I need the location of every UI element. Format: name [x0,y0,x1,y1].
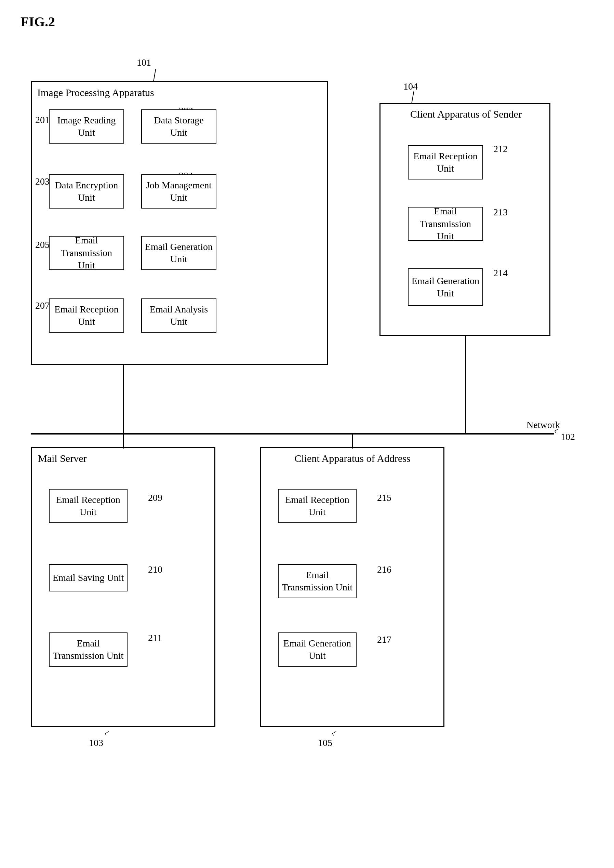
fig-label: FIG.2 [20,14,594,30]
unit-email-reception-207: Email Reception Unit [49,298,124,333]
network-line [31,433,554,434]
ref-213: 213 [493,207,508,218]
ref-217: 217 [377,634,391,645]
vline-mail-server [123,433,124,448]
mail-server-label: Mail Server [38,453,87,464]
ref-203: 203 [35,176,50,187]
ref-211: 211 [148,632,162,643]
image-processing-label: Image Processing Apparatus [37,87,154,98]
ref-212: 212 [493,144,508,155]
unit-email-reception-215: Email Reception Unit [278,489,357,523]
ref-216: 216 [377,564,391,575]
unit-email-generation-217: Email Generation Unit [278,632,357,666]
ref-103: 103 [89,738,103,748]
image-processing-container: Image Processing Apparatus 201 Image Rea… [31,81,328,365]
ref-209: 209 [148,492,163,503]
ref-102: 102 [561,431,575,442]
ref-210: 210 [148,564,163,575]
ref-104: 104 [403,81,418,92]
client-address-label: Client Apparatus of Address [267,453,438,464]
unit-email-generation-206: Email Generation Unit [141,236,216,270]
vline-ipa [123,365,124,433]
unit-data-encryption: Data Encryption Unit [49,174,124,209]
unit-image-reading: Image Reading Unit [49,109,124,144]
ref-205: 205 [35,239,50,250]
unit-email-reception-212: Email Reception Unit [408,145,483,180]
ref-201: 201 [35,115,50,126]
unit-email-saving-210: Email Saving Unit [49,564,127,591]
unit-email-transmission-205: Email Transmission Unit [49,236,124,270]
vline-client-sender [465,336,466,433]
client-sender-container: Client Apparatus of Sender 212 Email Rec… [380,103,550,336]
unit-email-reception-209: Email Reception Unit [49,489,127,523]
ref-207: 207 [35,300,50,311]
unit-email-transmission-211: Email Transmission Unit [49,632,127,666]
ref-214: 214 [493,268,508,279]
ref-105: 105 [318,738,332,748]
client-sender-label: Client Apparatus of Sender [387,108,544,120]
unit-data-storage: Data Storage Unit [141,109,216,144]
client-address-container: Client Apparatus of Address 215 Email Re… [260,447,445,727]
unit-email-analysis-208: Email Analysis Unit [141,298,216,333]
unit-email-generation-214: Email Generation Unit [408,268,483,306]
ref-101: 101 [137,57,151,68]
unit-job-management: Job Management Unit [141,174,216,209]
unit-email-transmission-216: Email Transmission Unit [278,564,357,598]
vline-client-address [352,433,353,448]
unit-email-transmission-213: Email Transmission Unit [408,207,483,241]
ref-215: 215 [377,492,391,503]
mail-server-container: Mail Server 209 Email Reception Unit 210… [31,447,216,727]
